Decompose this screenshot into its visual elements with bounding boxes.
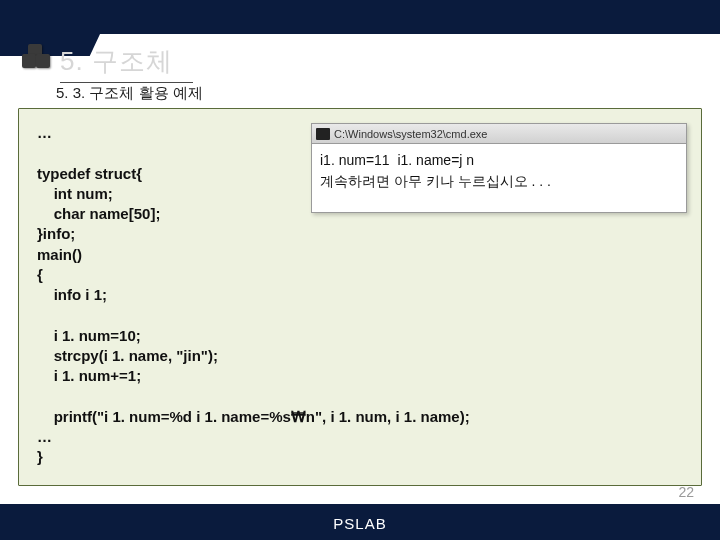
cmd-icon <box>316 128 330 140</box>
console-titlebar: C:\Windows\system32\cmd.exe <box>312 124 686 144</box>
console-window: C:\Windows\system32\cmd.exe i1. num=11 i… <box>311 123 687 213</box>
page-number: 22 <box>678 484 694 500</box>
section-title: 5. 3. 구조체 활용 예제 <box>56 84 203 103</box>
footer-label: PSLAB <box>333 515 386 532</box>
code-panel: … typedef struct{ int num; char name[50]… <box>18 108 702 486</box>
slide-root: 5. 구조체 5. 3. 구조체 활용 예제 … typedef struct{… <box>0 0 720 540</box>
chapter-title: 5. 구조체 <box>60 44 173 79</box>
top-bar <box>0 0 720 34</box>
console-output: i1. num=11 i1. name=j n 계속하려면 아무 키나 누르십시… <box>312 144 686 212</box>
console-title-text: C:\Windows\system32\cmd.exe <box>334 128 487 140</box>
